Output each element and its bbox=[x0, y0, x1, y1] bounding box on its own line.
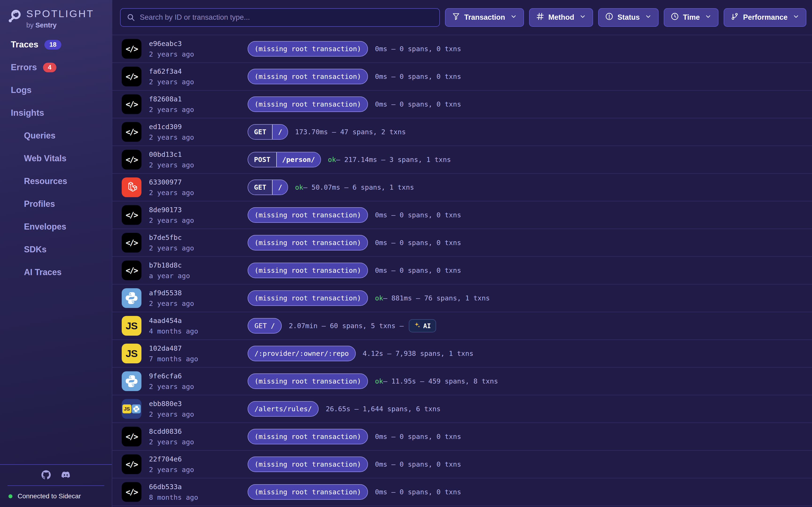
filter-button-performance[interactable]: Performance bbox=[724, 8, 806, 27]
method-pill: POST/person/ bbox=[248, 152, 321, 167]
trace-row[interactable]: </>f82608a12 years ago(missing root tran… bbox=[112, 90, 812, 118]
trace-metrics: ok — 11.95s — 459 spans, 8 txns bbox=[375, 377, 498, 385]
trace-row-main: (missing root transaction)0ms — 0 spans,… bbox=[248, 41, 461, 57]
code-icon: </> bbox=[122, 427, 142, 446]
sidebar-item-profiles[interactable]: Profiles bbox=[0, 199, 112, 209]
sidebar-item-traces[interactable]: Traces18 bbox=[0, 40, 112, 50]
app-subtitle: by Sentry bbox=[26, 21, 94, 29]
trace-row[interactable]: </>22f704e62 years ago(missing root tran… bbox=[112, 450, 812, 478]
sidebar-item-ai-traces[interactable]: AI Traces bbox=[0, 267, 112, 277]
trace-row[interactable]: </>b7de5fbc2 years ago(missing root tran… bbox=[112, 229, 812, 256]
trace-row[interactable]: </>ed1cd3092 years agoGET/173.70ms — 47 … bbox=[112, 118, 812, 146]
trace-row[interactable]: JS102da4877 months ago/:provider/:owner/… bbox=[112, 339, 812, 367]
trace-row[interactable]: </>fa62f3a42 years ago(missing root tran… bbox=[112, 62, 812, 90]
trace-age: 4 months ago bbox=[149, 327, 248, 335]
trace-meta: e96eabc32 years ago bbox=[149, 40, 248, 58]
filter-button-time[interactable]: Time bbox=[664, 8, 719, 27]
count-badge: 18 bbox=[44, 40, 61, 50]
trace-id: f82608a1 bbox=[149, 95, 248, 103]
sidebar-item-label: Logs bbox=[11, 85, 32, 95]
trace-row-main: (missing root transaction)0ms — 0 spans,… bbox=[248, 484, 461, 500]
sidebar-item-queries[interactable]: Queries bbox=[0, 130, 112, 141]
trace-age: 2 years ago bbox=[149, 410, 248, 418]
trace-row[interactable]: JS4aad454a4 months agoGET /2.07min — 60 … bbox=[112, 312, 812, 339]
sidebar-item-web-vitals[interactable]: Web Vitals bbox=[0, 153, 112, 164]
missing-root-badge: (missing root transaction) bbox=[248, 263, 368, 278]
trace-age: 2 years ago bbox=[149, 438, 248, 446]
code-icon: </> bbox=[122, 67, 142, 87]
sidebar-item-label: Queries bbox=[24, 131, 55, 140]
search-input[interactable] bbox=[140, 13, 433, 21]
code-icon: </> bbox=[122, 122, 142, 142]
trace-meta: 00bd13c12 years ago bbox=[149, 151, 248, 169]
trace-age: 2 years ago bbox=[149, 299, 248, 307]
sidebar-item-errors[interactable]: Errors4 bbox=[0, 62, 112, 72]
trace-row-main: /:provider/:owner/:repo4.12s — 7,938 spa… bbox=[248, 346, 473, 361]
trace-row[interactable]: </>e96eabc32 years ago(missing root tran… bbox=[112, 35, 812, 62]
missing-root-badge: (missing root transaction) bbox=[248, 484, 368, 500]
sidebar-footer: Connected to Sidecar bbox=[0, 464, 112, 507]
code-icon: </> bbox=[122, 233, 142, 252]
spotlight-logo-icon bbox=[8, 9, 21, 23]
main-content: TransactionMethodStatusTimePerformance <… bbox=[112, 0, 812, 507]
sidebar-item-resources[interactable]: Resources bbox=[0, 176, 112, 186]
trace-age: 2 years ago bbox=[149, 216, 248, 224]
filter-label: Method bbox=[548, 13, 574, 21]
trace-row-main: (missing root transaction)0ms — 0 spans,… bbox=[248, 429, 461, 444]
http-method: GET bbox=[248, 180, 272, 194]
trace-row[interactable]: </>8cdd08362 years ago(missing root tran… bbox=[112, 422, 812, 450]
method-pill: GET/ bbox=[248, 124, 288, 139]
trace-row[interactable]: </>00bd13c12 years agoPOST/person/ok — 2… bbox=[112, 146, 812, 173]
trace-row[interactable]: af9d55382 years ago(missing root transac… bbox=[112, 284, 812, 312]
missing-root-badge: (missing root transaction) bbox=[248, 97, 368, 112]
trace-row[interactable]: </>8de901732 years ago(missing root tran… bbox=[112, 201, 812, 229]
trace-row[interactable]: 633009772 years agoGET/ok — 50.07ms — 6 … bbox=[112, 173, 812, 201]
trace-id: e96eabc3 bbox=[149, 40, 248, 48]
filter-button-transaction[interactable]: Transaction bbox=[445, 8, 524, 27]
filter-label: Time bbox=[683, 13, 700, 21]
trace-metrics: 26.65s — 1,644 spans, 6 txns bbox=[326, 405, 441, 413]
filter-button-method[interactable]: Method bbox=[529, 8, 593, 27]
status-dot-icon bbox=[8, 494, 12, 498]
trace-row[interactable]: 9fe6cfa62 years ago(missing root transac… bbox=[112, 367, 812, 395]
trace-age: 2 years ago bbox=[149, 161, 248, 169]
logo-text-block: SPOTLIGHT by Sentry bbox=[26, 8, 94, 29]
sidebar-item-label: Errors bbox=[11, 62, 37, 72]
trace-row[interactable]: </>66db533a8 months ago(missing root tra… bbox=[112, 478, 812, 506]
filter-button-status[interactable]: Status bbox=[598, 8, 659, 27]
trace-metrics: ok — 50.07ms — 6 spans, 1 txns bbox=[295, 183, 414, 191]
trace-row-main: (missing root transaction)0ms — 0 spans,… bbox=[248, 69, 461, 84]
trace-meta: 633009772 years ago bbox=[149, 178, 248, 197]
trace-age: 2 years ago bbox=[149, 466, 248, 474]
trace-row[interactable]: JSebb880e32 years ago/alerts/rules/26.65… bbox=[112, 395, 812, 422]
trace-row-main: /alerts/rules/26.65s — 1,644 spans, 6 tx… bbox=[248, 401, 441, 416]
sidebar-nav: Traces18Errors4LogsInsightsQueriesWeb Vi… bbox=[0, 40, 112, 290]
python-icon bbox=[132, 404, 141, 413]
trace-metrics: 0ms — 0 spans, 0 txns bbox=[375, 45, 461, 53]
trace-metrics: 4.12s — 7,938 spans, 1 txns bbox=[363, 349, 473, 357]
trace-row[interactable]: </>b7b18d8ca year ago(missing root trans… bbox=[112, 256, 812, 284]
ai-badge: AI bbox=[409, 319, 436, 332]
missing-root-badge: (missing root transaction) bbox=[248, 290, 368, 306]
sidebar-item-logs[interactable]: Logs bbox=[0, 85, 112, 95]
trace-meta: 66db533a8 months ago bbox=[149, 483, 248, 501]
js-python-icon: JS bbox=[122, 399, 142, 419]
trace-meta: 22f704e62 years ago bbox=[149, 455, 248, 474]
trace-id: 9fe6cfa6 bbox=[149, 372, 248, 380]
trace-age: 2 years ago bbox=[149, 106, 248, 114]
github-icon[interactable] bbox=[41, 470, 51, 481]
trace-id: af9d5538 bbox=[149, 289, 248, 297]
code-icon: </> bbox=[122, 261, 142, 280]
missing-root-badge: (missing root transaction) bbox=[248, 69, 368, 84]
trace-id: ebb880e3 bbox=[149, 400, 248, 408]
sidebar-item-label: Profiles bbox=[24, 199, 55, 209]
transaction-badge: /alerts/rules/ bbox=[248, 401, 319, 416]
sidebar-item-label: AI Traces bbox=[24, 267, 61, 277]
chevron-down-icon bbox=[644, 13, 652, 22]
spotlight-logo[interactable]: SPOTLIGHT by Sentry bbox=[0, 0, 112, 29]
discord-icon[interactable] bbox=[61, 470, 71, 481]
search-box[interactable] bbox=[120, 8, 440, 27]
sidebar-item-envelopes[interactable]: Envelopes bbox=[0, 222, 112, 232]
hash-icon bbox=[536, 12, 544, 22]
sidebar-item-sdks[interactable]: SDKs bbox=[0, 244, 112, 255]
